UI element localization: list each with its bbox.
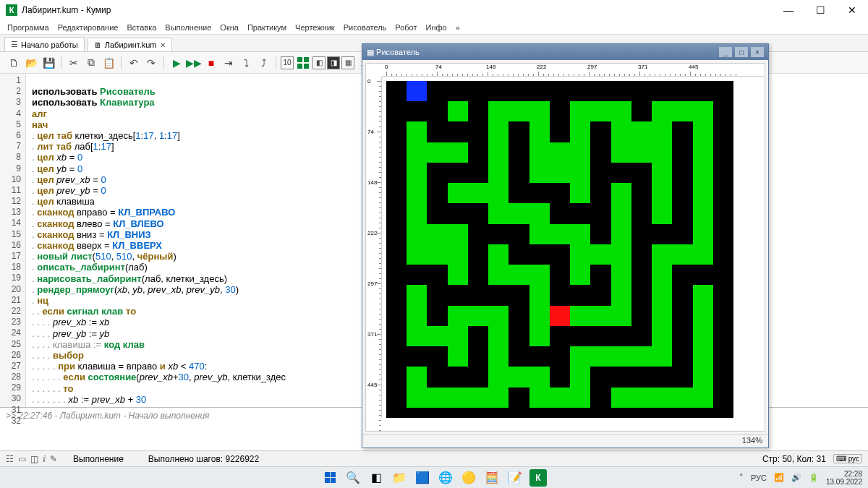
maze-cell [693,285,713,305]
menu-more[interactable]: » [456,23,460,32]
painter-maximize-button[interactable]: □ [735,47,748,57]
edge-icon[interactable]: 🌐 [437,469,454,487]
tab-file[interactable]: 🗎Лабиринт.kum✕ [88,38,172,51]
menu-insert[interactable]: Вставка [127,23,156,32]
undo-icon[interactable]: ↶ [126,55,142,71]
maze-cell [693,142,713,163]
tab-start[interactable]: ☰Начало работы [4,37,85,51]
maze-cell [529,326,550,346]
clock[interactable]: 22:2813.09.2022 [826,470,862,486]
maze-cell [590,306,610,326]
painter-titlebar[interactable]: ▦ Рисователь _ □ × [362,44,768,60]
volume-icon[interactable]: 🔊 [791,473,801,482]
maze-cell [713,346,733,367]
task-view-icon[interactable]: ◧ [367,469,385,487]
maze-cell [693,265,713,285]
maze-cell [386,388,407,408]
grid-icon[interactable] [295,55,311,71]
menu-windows[interactable]: Окна [220,23,239,32]
cut-icon[interactable]: ✂ [66,55,82,71]
maze-cell [509,408,529,418]
menu-run[interactable]: Выполнение [165,23,211,32]
maze-cell [652,346,672,367]
maze-cell [468,81,488,101]
menu-info[interactable]: Инфо [426,23,447,32]
status-icon-2[interactable]: ▭ [18,454,26,464]
maze-cell [590,244,610,265]
maze-cell [672,81,692,101]
stop-icon[interactable]: ■ [203,55,219,71]
run-fast-icon[interactable]: ▶▶ [186,55,202,71]
minimize-button[interactable]: — [773,0,804,20]
explorer-icon[interactable]: 📁 [391,469,408,487]
line-number: 21 [0,295,25,306]
tray-lang[interactable]: РУС [751,474,767,482]
keyboard-layout-badge[interactable]: ⌨ рус [833,454,862,463]
close-button[interactable]: ✕ [836,0,868,20]
status-icon-5[interactable]: ✎ [50,454,57,464]
menu-draftsman[interactable]: Чертежник [295,23,335,32]
run-icon[interactable]: ▶ [169,55,184,71]
maze-cell [386,203,407,223]
line-number: 11 [0,185,25,196]
maze-cell [427,326,447,346]
painter-title: Рисователь [376,48,420,56]
step-into-icon[interactable]: ⤵ [238,55,254,71]
maze-cell [570,346,590,367]
status-mode: Выполнение [73,454,124,464]
painter-window[interactable]: ▦ Рисователь _ □ × 074148222297371445 07… [362,43,769,448]
chrome-icon[interactable]: 🟡 [460,469,477,487]
maze-cell [631,265,652,285]
close-icon[interactable]: ✕ [160,41,166,49]
menu-painter[interactable]: Рисователь [344,23,387,32]
maze-cell [590,81,610,101]
new-file-icon[interactable]: 🗋 [6,55,22,71]
open-file-icon[interactable]: 📂 [23,55,39,71]
widgets-icon[interactable]: 🟦 [414,469,431,487]
paste-icon[interactable]: 📋 [101,55,116,71]
status-icon-3[interactable]: ◫ [30,454,38,464]
step-out-icon[interactable]: ⤴ [255,55,271,71]
menu-program[interactable]: Программа [7,23,49,32]
status-icon-4[interactable]: ⅈ [43,454,46,464]
maze-cell [386,285,407,305]
maze-cell [631,224,652,244]
line-number: 18 [0,262,25,273]
maze-cell [611,408,631,418]
maze-cell [693,306,713,326]
search-icon[interactable]: 🔍 [344,469,362,487]
status-icon-1[interactable]: ☷ [6,454,14,464]
notes-icon[interactable]: 📝 [506,469,524,487]
maze-cell [550,326,570,346]
line-number: 1 [0,75,25,86]
menu-robot[interactable]: Робот [395,23,417,32]
calc-icon[interactable]: 🧮 [483,469,501,487]
maze-cell [693,121,713,142]
panel3-icon[interactable]: ▦ [341,56,354,69]
menu-practicum[interactable]: Практикум [247,23,286,32]
tray-chevron-icon[interactable]: ˄ [739,473,744,482]
maximize-button[interactable]: ☐ [804,0,836,20]
maze-cell [652,224,672,244]
canvas-area[interactable] [382,77,765,418]
maze-cell [713,121,733,142]
maze-cell [713,265,733,285]
line-number: 24 [0,328,25,338]
painter-minimize-button[interactable]: _ [719,47,732,57]
wifi-icon[interactable]: 📶 [774,473,784,482]
start-icon[interactable] [321,469,339,487]
battery-icon[interactable]: 🔋 [809,473,819,482]
step-over-icon[interactable]: ⇥ [221,55,237,71]
maze-cell [550,346,570,367]
copy-icon[interactable]: ⧉ [83,55,99,71]
menu-edit[interactable]: Редактирование [58,23,119,32]
save-icon[interactable]: 💾 [41,55,56,71]
redo-icon[interactable]: ↷ [143,55,159,71]
toggle-10-icon[interactable]: 10 [281,56,294,69]
kumir-taskbar-icon[interactable]: К [529,469,547,487]
panel1-icon[interactable]: ◧ [312,56,326,69]
maze-cell [488,265,509,285]
panel2-icon[interactable]: ◨ [327,56,340,69]
maze-cell [713,408,733,418]
painter-close-button[interactable]: × [751,47,764,57]
